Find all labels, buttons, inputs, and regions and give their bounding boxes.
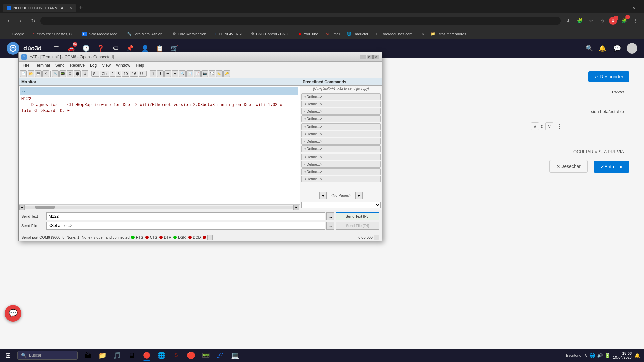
predef-cmd-5[interactable]: <Define...> — [301, 123, 381, 130]
menu-window[interactable]: Window — [113, 62, 133, 68]
tray-battery[interactable]: 🔋 — [605, 353, 610, 358]
start-button[interactable]: ⊞ — [0, 349, 16, 362]
predef-cmd-8[interactable]: <Define...> — [301, 145, 381, 152]
send-text-dots-btn[interactable]: ... — [326, 212, 334, 220]
share-icon[interactable]: ⎋ — [598, 16, 607, 25]
toolbar-btn-18[interactable]: 💬 — [209, 70, 215, 77]
taskbar-app-red[interactable]: 🛑 — [184, 349, 198, 362]
toolbar-btn-10[interactable]: ⬆ — [150, 70, 156, 77]
predef-cmd-1[interactable]: <Define...> — [301, 93, 381, 100]
predef-prev-btn[interactable]: ◄ — [319, 192, 327, 199]
toolbar-btn-11[interactable]: ⬇ — [157, 70, 164, 77]
tray-chevron[interactable]: ∧ — [584, 353, 587, 358]
toolbar-btn-5[interactable]: 🔧 — [52, 70, 59, 77]
forum-logo[interactable] — [7, 42, 19, 55]
toolbar-btn-17[interactable]: 📷 — [201, 70, 208, 77]
bookmark-ebay[interactable]: e eBay.es: Subastas, C... — [28, 31, 77, 37]
menu-log[interactable]: Log — [87, 62, 99, 68]
browser-minimize-btn[interactable]: — — [594, 3, 609, 13]
bookmark-thingiverse[interactable]: T THINGIVERSE — [210, 31, 247, 37]
tray-volume[interactable]: 🔊 — [597, 353, 603, 358]
taskbar-app-sql[interactable]: S — [169, 349, 183, 362]
menu-receive[interactable]: Receive — [67, 62, 87, 68]
taskbar-app-laptop[interactable]: 💻 — [228, 349, 242, 362]
responder-button[interactable]: ↩ Responder — [588, 71, 630, 82]
bookmark-forometal[interactable]: 🔧 Foro Metal Afición... — [124, 31, 168, 37]
forward-button[interactable]: › — [16, 16, 25, 25]
toolbar-btn-3[interactable]: 💾 — [35, 70, 42, 77]
menu-send[interactable]: Send — [53, 62, 67, 68]
taskbar-app-chrome[interactable]: 🌐 — [154, 349, 168, 362]
toolbar-btn-20[interactable]: 🔑 — [223, 70, 230, 77]
taskbar-app-explorer[interactable]: 🏔 — [80, 349, 95, 362]
forum-user-avatar[interactable] — [627, 43, 637, 54]
toolbar-btn-16[interactable]: 📈 — [194, 70, 201, 77]
active-tab[interactable]: NO PUEDO CONECTARME A DU... ✕ — [3, 4, 76, 12]
bookmark-google[interactable]: G Google — [4, 31, 27, 37]
star-icon[interactable]: ☆ — [586, 16, 596, 25]
toolbar-btn-13[interactable]: ➡ — [172, 70, 178, 77]
bookmark-cnc[interactable]: ⚙ CNC Control - CNC... — [248, 31, 294, 37]
taskbar-app-redbutton[interactable]: 🔴 — [140, 349, 154, 362]
more-options-btn[interactable]: ⋮ — [555, 122, 564, 130]
predef-cmd-11[interactable]: <Define...> — [301, 168, 381, 175]
toolbar-btn-6[interactable]: 📟 — [59, 70, 66, 77]
vote-down-btn[interactable]: ∨ — [545, 122, 553, 130]
forum-chat-icon[interactable]: 💬 — [612, 43, 623, 54]
toolbar-btn-2[interactable]: 📂 — [28, 70, 34, 77]
taskbar-app-blue[interactable]: 🖊 — [213, 349, 227, 362]
toolbar-btn-8[interactable]: ⬤ — [74, 70, 81, 77]
taskbar-app-terminal[interactable]: 📟 — [199, 349, 213, 362]
bookmark-inicio[interactable]: H Inicio Modelo Maq... — [79, 31, 123, 37]
predef-cmd-12[interactable]: <Define...> — [301, 176, 381, 182]
reload-button[interactable]: ↻ — [28, 16, 38, 25]
bookmark-foromaquinas[interactable]: F ForoMaquinas.com... — [372, 31, 418, 37]
status-timer-more-btn[interactable]: ... — [374, 235, 379, 240]
chat-float-button[interactable]: 💬 — [5, 305, 21, 322]
scroll-left-btn[interactable]: ◄ — [19, 205, 25, 210]
menu-view[interactable]: View — [99, 62, 113, 68]
menu-terminal[interactable]: Terminal — [32, 62, 52, 68]
send-text-dropdown[interactable]: M122 — [46, 212, 325, 220]
tray-network[interactable]: 🌐 — [589, 353, 595, 358]
vote-up-btn[interactable]: ∧ — [531, 122, 539, 130]
bookmark-traductor[interactable]: 🌐 Traductor — [344, 31, 371, 37]
menu-icon[interactable]: ⋮ — [631, 16, 640, 25]
back-button[interactable]: ‹ — [4, 16, 13, 25]
toolbar-btn-12[interactable]: ⬅ — [164, 70, 171, 77]
menu-file[interactable]: File — [20, 62, 32, 68]
toolbar-btn-14[interactable]: 🔍 — [179, 70, 186, 77]
taskbar-clock[interactable]: 15:03 10/04/2023 — [613, 351, 632, 359]
terminal-restore-btn[interactable]: 🗗 — [367, 55, 373, 59]
status-more-btn[interactable]: ... — [207, 235, 213, 240]
monitor-scrollbar-horizontal[interactable]: ◄ ► — [19, 204, 300, 210]
predef-cmd-9[interactable]: <Define...> — [301, 154, 381, 160]
toolbar-btn-1[interactable]: 📄 — [20, 70, 27, 77]
toolbar-btn-7[interactable]: ⊡ — [67, 70, 73, 77]
taskbar-app-spotify[interactable]: 🎵 — [110, 349, 124, 362]
predef-cmd-10[interactable]: <Define...> — [301, 161, 381, 168]
toolbar-btn-9[interactable]: ⊗ — [82, 70, 88, 77]
send-text-btn[interactable]: Send Text [F3] — [336, 212, 379, 220]
address-input[interactable]: forum.duet3d.com/topic/32093/no-puedo-co… — [40, 17, 561, 25]
forum-search-icon[interactable]: 🔍 — [586, 45, 593, 52]
bookmark-gmail[interactable]: M Gmail — [322, 31, 343, 37]
predef-next-btn[interactable]: ► — [355, 192, 363, 199]
menu-help[interactable]: Help — [133, 62, 147, 68]
forum-bell-icon[interactable]: 🔔 — [597, 43, 608, 54]
new-tab-button[interactable]: + — [76, 3, 86, 13]
scroll-right-btn[interactable]: ► — [293, 205, 299, 210]
bookmark-more[interactable]: » — [419, 31, 427, 37]
bookmark-forometalaficion[interactable]: ⚙ Foro Metalaficion — [169, 31, 209, 37]
toolbar-btn-19[interactable]: 📐 — [216, 70, 223, 77]
monitor-body[interactable]: ↔ M122 === Diagnostics ===<LF>RepRapFirm… — [19, 86, 300, 204]
extensions-icon[interactable]: 🧩 — [575, 16, 584, 25]
taskbar-app-monitor[interactable]: 🖥 — [125, 349, 139, 362]
predef-cmd-4[interactable]: <Define...> — [301, 115, 381, 122]
predef-select[interactable] — [301, 202, 381, 208]
tab-close-btn[interactable]: ✕ — [69, 6, 72, 10]
taskbar-app-files[interactable]: 📁 — [95, 349, 109, 362]
toolbar-btn-15[interactable]: 📊 — [186, 70, 193, 77]
bookmark-youtube[interactable]: ▶ YouTube — [295, 31, 321, 37]
predef-cmd-7[interactable]: <Define...> — [301, 138, 381, 145]
